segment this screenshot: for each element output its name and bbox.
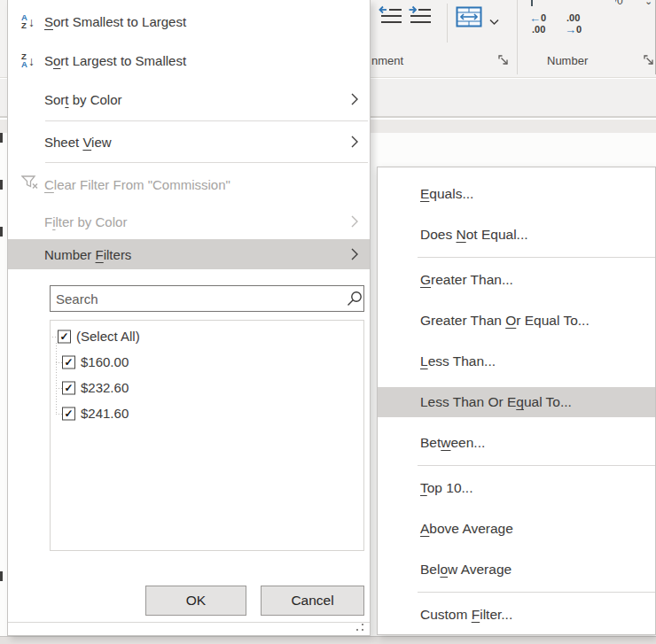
dialog-launcher-icon bbox=[498, 55, 510, 66]
checkbox[interactable]: ✓ bbox=[62, 407, 75, 420]
merge-dropdown-button[interactable] bbox=[489, 13, 499, 29]
submenu-item-equals[interactable]: Equals... bbox=[378, 174, 655, 214]
ribbon-group-separator bbox=[517, 0, 518, 74]
search-icon[interactable] bbox=[347, 291, 363, 310]
menu-item-label: Sort Largest to Smallest bbox=[44, 53, 186, 68]
sort-az-icon: AZ ↓ bbox=[21, 14, 35, 29]
selection-ant-dash bbox=[0, 227, 3, 237]
menu-item-sort-largest-to-smallest[interactable]: ZA ↓ Sort Largest to Smallest bbox=[8, 41, 370, 80]
list-item-value[interactable]: ✓ $241.60 bbox=[51, 400, 363, 426]
submenu-chevron-icon bbox=[351, 215, 358, 228]
menu-item-label: Filter by Color bbox=[44, 214, 127, 229]
selection-ant-dash bbox=[0, 571, 3, 581]
increase-indent-icon bbox=[408, 5, 433, 27]
menu-item-clear-filter: Clear Filter From "Commission" bbox=[8, 165, 370, 204]
submenu-item-between[interactable]: Between... bbox=[378, 423, 655, 463]
list-item-value[interactable]: ✓ $160.00 bbox=[51, 349, 363, 375]
bottom-strip bbox=[0, 636, 656, 644]
clipped-icon-fragment bbox=[531, 0, 533, 6]
alignment-dialog-launcher[interactable] bbox=[498, 54, 510, 70]
merge-center-icon bbox=[456, 6, 482, 27]
checkbox[interactable]: ✓ bbox=[62, 355, 75, 369]
increase-decimal-button[interactable]: ←0 .00 bbox=[529, 12, 546, 35]
submenu-item-less-than-or-equal-to[interactable]: Less Than Or Equal To... bbox=[378, 387, 655, 417]
submenu-item-greater-than-or-equal-to[interactable]: Greater Than Or Equal To... bbox=[378, 300, 655, 341]
checkbox[interactable]: ✓ bbox=[58, 330, 71, 343]
decrease-decimal-button[interactable]: .00 →0 bbox=[565, 12, 582, 35]
selection-ant-dash bbox=[0, 133, 3, 143]
menu-item-filter-by-color: Filter by Color bbox=[8, 204, 370, 239]
submenu-item-top-10[interactable]: Top 10... bbox=[378, 468, 655, 508]
menu-separator bbox=[45, 162, 368, 163]
checkbox[interactable]: ✓ bbox=[62, 381, 75, 394]
menu-separator bbox=[418, 465, 655, 466]
list-item-value[interactable]: ✓ $232.60 bbox=[51, 375, 363, 400]
list-item-label: (Select All) bbox=[76, 329, 140, 344]
menu-separator bbox=[418, 592, 655, 593]
submenu-item-less-than[interactable]: Less Than... bbox=[378, 341, 655, 382]
menu-separator bbox=[45, 120, 368, 121]
decrease-indent-icon bbox=[379, 5, 403, 27]
list-item-label: $160.00 bbox=[81, 354, 129, 369]
left-arrow-icon: ← bbox=[529, 13, 541, 23]
right-arrow-icon: → bbox=[565, 25, 576, 35]
menu-separator bbox=[418, 257, 655, 258]
submenu-item-below-average[interactable]: Below Average bbox=[378, 549, 655, 590]
menu-item-label: Sheet View bbox=[44, 135, 112, 150]
sort-za-icon: ZA ↓ bbox=[21, 53, 35, 68]
selection-ant-dash bbox=[0, 180, 3, 190]
number-filters-submenu: Equals... Does Not Equal... Greater Than… bbox=[377, 167, 656, 635]
autofilter-dropdown-menu: AZ ↓ Sort Smallest to Largest ZA ↓ Sort … bbox=[7, 0, 371, 636]
menu-item-sort-smallest-to-largest[interactable]: AZ ↓ Sort Smallest to Largest bbox=[8, 2, 370, 41]
ok-button[interactable]: OK bbox=[145, 586, 246, 616]
clear-filter-icon bbox=[21, 175, 39, 193]
clipped-icon-fragment: ⁄0 bbox=[615, 0, 623, 7]
submenu-item-above-average[interactable]: Above Average bbox=[378, 508, 655, 549]
submenu-item-does-not-equal[interactable]: Does Not Equal... bbox=[378, 214, 655, 255]
menu-item-label: Sort by Color bbox=[44, 92, 122, 107]
list-item-select-all[interactable]: ✓ (Select All) bbox=[51, 323, 363, 349]
dialog-launcher-icon bbox=[644, 55, 655, 66]
menu-item-sheet-view[interactable]: Sheet View bbox=[8, 123, 370, 160]
resize-grip[interactable] bbox=[356, 624, 365, 632]
submenu-item-custom-filter[interactable]: Custom Filter... bbox=[378, 594, 655, 635]
menu-item-label: Clear Filter From "Commission" bbox=[44, 177, 230, 192]
menu-item-label: Sort Smallest to Largest bbox=[44, 14, 186, 29]
decrease-indent-button[interactable] bbox=[379, 5, 403, 30]
cancel-button[interactable]: Cancel bbox=[261, 586, 364, 616]
search-input[interactable] bbox=[50, 285, 364, 312]
menu-item-sort-by-color[interactable]: Sort by Color bbox=[8, 80, 370, 119]
clipped-icon-fragment: ⌄ bbox=[644, 0, 652, 5]
list-item-label: $241.60 bbox=[81, 406, 129, 421]
submenu-chevron-icon bbox=[351, 248, 358, 260]
submenu-chevron-icon bbox=[351, 93, 358, 105]
increase-indent-button[interactable] bbox=[408, 5, 433, 30]
submenu-item-greater-than[interactable]: Greater Than... bbox=[378, 260, 655, 300]
menu-footer bbox=[8, 622, 370, 635]
alignment-group-label: nment bbox=[371, 54, 403, 67]
merge-and-center-button[interactable] bbox=[456, 6, 482, 31]
submenu-chevron-icon bbox=[351, 136, 358, 148]
menu-item-number-filters[interactable]: Number Filters bbox=[8, 239, 370, 269]
list-item-label: $232.60 bbox=[81, 380, 129, 395]
menu-item-label: Number Filters bbox=[44, 247, 131, 262]
ribbon-separator bbox=[447, 4, 448, 43]
number-group-label: Number bbox=[547, 54, 588, 67]
number-dialog-launcher[interactable] bbox=[644, 54, 655, 70]
filter-value-list: ✓ (Select All) ✓ $160.00 ✓ $232.60 ✓ $24… bbox=[50, 320, 364, 551]
chevron-down-icon bbox=[489, 19, 499, 26]
